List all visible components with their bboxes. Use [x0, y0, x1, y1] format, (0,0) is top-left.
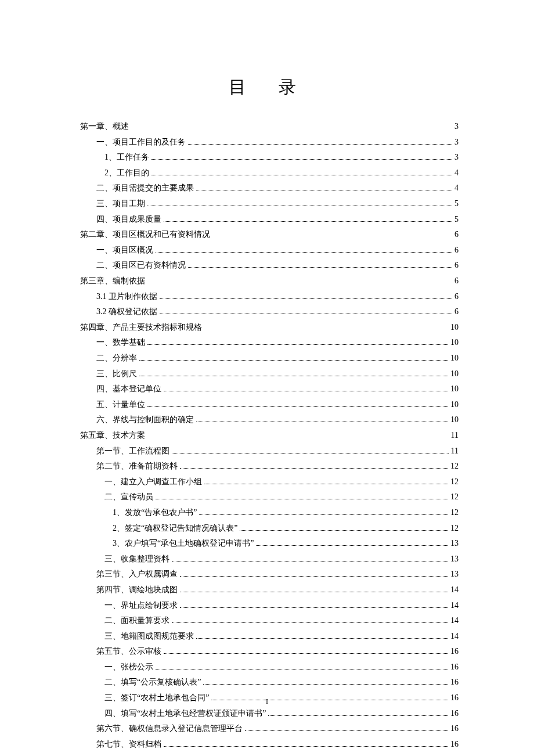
- toc-entry: 3.2 确权登记依据6: [80, 304, 459, 320]
- toc-entry-page: 16: [450, 706, 459, 722]
- toc-entry: 第四章、产品主要技术指标和规格10: [80, 320, 459, 336]
- toc-entry-label: 2、工作目的: [104, 165, 149, 181]
- toc-entry-label: 一、项目区概况: [96, 243, 153, 258]
- toc-entry-label: 3.2 确权登记依据: [96, 304, 157, 320]
- toc-entry: 第六节、确权信息录入登记信息管理平台16: [80, 721, 459, 737]
- toc-entry: 六、界线与控制面积的确定10: [80, 412, 459, 428]
- toc-entry-page: 13: [450, 552, 459, 567]
- toc-entry-page: 5: [454, 212, 459, 228]
- toc-entry: 第三节、入户权属调查13: [80, 567, 459, 582]
- toc-entry: 二、宣传动员12: [80, 489, 459, 505]
- toc-leader-dots: [212, 229, 452, 237]
- toc-entry-label: 二、项目区已有资料情况: [96, 258, 186, 273]
- toc-entry-page: 16: [450, 675, 459, 690]
- toc-leader-dots: [245, 726, 448, 731]
- toc-entry-page: 6: [454, 289, 459, 305]
- toc-entry-page: 12: [450, 459, 459, 474]
- toc-entry-page: 10: [450, 381, 459, 397]
- toc-entry-label: 2、签定“确权登记告知情况确认表”: [113, 521, 237, 537]
- toc-entry-label: 六、界线与控制面积的确定: [96, 412, 194, 428]
- toc-entry-page: 12: [450, 474, 459, 490]
- toc-leader-dots: [204, 322, 448, 330]
- toc-entry-page: 3: [454, 119, 459, 135]
- toc-entry: 2、工作目的4: [80, 165, 459, 181]
- toc-entry-page: 12: [450, 489, 459, 505]
- toc-entry-label: 四、基本登记单位: [96, 381, 161, 397]
- toc-leader-dots: [160, 309, 452, 314]
- toc-entry-page: 16: [450, 660, 459, 675]
- toc-entry-page: 16: [450, 737, 459, 753]
- document-page: 目 录 第一章、概述3一、项目工作目的及任务31、工作任务32、工作目的4二、项…: [0, 0, 534, 756]
- toc-entry-label: 1、发放“告承包农户书”: [113, 505, 197, 521]
- toc-leader-dots: [180, 587, 448, 592]
- toc-entry-label: 第二章、项目区概况和已有资料情况: [80, 227, 210, 243]
- toc-leader-dots: [256, 541, 448, 546]
- toc-entry-page: 10: [450, 366, 459, 382]
- toc-leader-dots: [199, 510, 448, 515]
- toc-entry-label: 三、项目工期: [96, 196, 145, 212]
- toc-entry-page: 14: [450, 598, 459, 614]
- toc-leader-dots: [151, 170, 452, 175]
- toc-entry: 第一章、概述3: [80, 119, 459, 135]
- toc-entry: 三、地籍图成图规范要求14: [80, 629, 459, 645]
- toc-entry: 二、项目区已有资料情况6: [80, 258, 459, 273]
- toc-entry-label: 二、填写“公示复核确认表”: [104, 675, 201, 690]
- toc-entry-page: 14: [450, 613, 459, 629]
- toc-leader-dots: [196, 185, 452, 190]
- toc-entry-page: 4: [454, 165, 459, 181]
- toc-leader-dots: [164, 649, 448, 654]
- toc-entry-label: 第四章、产品主要技术指标和规格: [80, 320, 202, 336]
- toc-entry-label: 1、工作任务: [104, 150, 149, 165]
- toc-leader-dots: [147, 201, 452, 206]
- toc-entry: 1、发放“告承包农户书”12: [80, 505, 459, 521]
- toc-entry-label: 二、宣传动员: [104, 489, 153, 505]
- toc-entry-label: 第一章、概述: [80, 119, 129, 135]
- toc-entry-label: 三、比例尺: [96, 366, 137, 382]
- toc-entry: 第三章、编制依据6: [80, 273, 459, 289]
- toc-entry: 第四节、调绘地块成图14: [80, 582, 459, 598]
- toc-leader-dots: [204, 478, 448, 484]
- toc-entry-page: 16: [450, 644, 459, 660]
- toc-entry-label: 一、界址点绘制要求: [104, 598, 178, 614]
- page-number-footer: I: [0, 697, 534, 706]
- toc-entry-page: 11: [451, 428, 459, 444]
- toc-entry-label: 3.1 卫片制作依据: [96, 289, 157, 305]
- toc-entry: 3.1 卫片制作依据6: [80, 289, 459, 305]
- toc-entry-label: 第五章、技术方案: [80, 428, 145, 444]
- toc-entry: 二、分辨率10: [80, 351, 459, 366]
- toc-leader-dots: [139, 355, 448, 361]
- toc-leader-dots: [164, 386, 448, 391]
- toc-entry-page: 3: [454, 135, 459, 150]
- toc-entry-page: 6: [454, 227, 459, 243]
- toc-entry-label: 二、分辨率: [96, 351, 137, 366]
- toc-leader-dots: [147, 340, 448, 345]
- toc-entry: 一、建立入户调查工作小组12: [80, 474, 459, 490]
- toc-entry-label: 3、农户填写“承包土地确权登记申请书”: [113, 536, 254, 552]
- toc-leader-dots: [147, 430, 449, 438]
- toc-entry-page: 4: [454, 181, 459, 196]
- toc-leader-dots: [164, 216, 452, 221]
- toc-entry-label: 第三章、编制依据: [80, 273, 145, 289]
- toc-entry: 1、工作任务3: [80, 150, 459, 165]
- toc-entry: 二、面积量算要求14: [80, 613, 459, 629]
- toc-leader-dots: [164, 741, 448, 746]
- toc-entry: 一、界址点绘制要求14: [80, 598, 459, 614]
- toc-entry-label: 四、填写“农村土地承包经营权证颁证申请书”: [104, 706, 266, 722]
- toc-entry-page: 5: [454, 196, 459, 212]
- toc-entry-label: 四、项目成果质量: [96, 212, 161, 228]
- toc-entry-label: 第二节、准备前期资料: [96, 459, 178, 474]
- toc-entry-page: 13: [450, 567, 459, 582]
- toc-entry: 第一节、工作流程图11: [80, 444, 459, 459]
- toc-entry-label: 第六节、确权信息录入登记信息管理平台: [96, 721, 243, 737]
- toc-leader-dots: [139, 370, 448, 376]
- toc-leader-dots: [180, 571, 448, 577]
- toc-entry-page: 6: [454, 258, 459, 273]
- toc-leader-dots: [147, 401, 448, 406]
- toc-leader-dots: [156, 494, 448, 499]
- toc-entry-page: 14: [450, 629, 459, 645]
- toc-entry: 一、数学基础10: [80, 335, 459, 351]
- toc-leader-dots: [160, 293, 452, 298]
- toc-leader-dots: [147, 275, 452, 283]
- toc-entry: 二、填写“公示复核确认表”16: [80, 675, 459, 690]
- toc-leader-dots: [172, 618, 448, 623]
